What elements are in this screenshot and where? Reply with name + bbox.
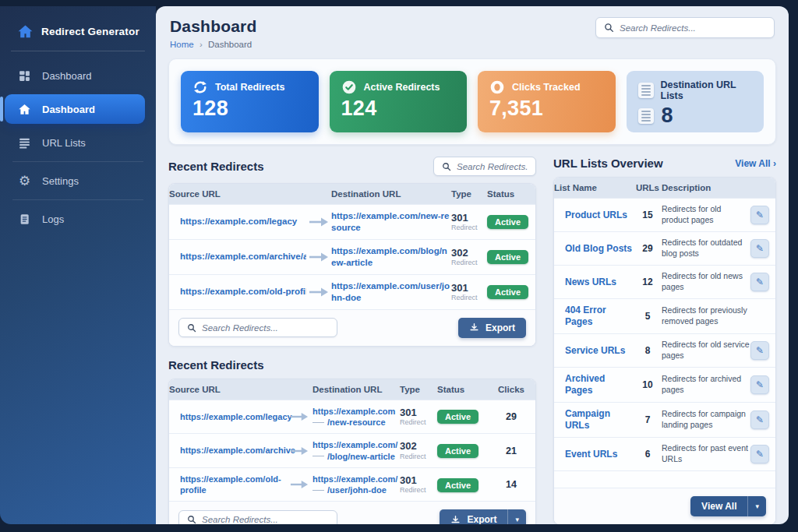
breadcrumb: Home › Dashboard <box>170 40 257 49</box>
url-count: 12 <box>634 277 662 287</box>
page-header: Dashboard Home › Dashboard <box>156 6 789 57</box>
sidebar-item-label: URL Lists <box>42 137 86 149</box>
table-row: https://example.com/archive https://exam… <box>169 433 535 467</box>
list-description: Redirects for archived pages <box>662 368 750 400</box>
breadcrumb-home-link[interactable]: Home <box>170 40 194 49</box>
view-all-link[interactable]: View All › <box>735 158 776 169</box>
destination-url-link[interactable]: https://example.com/ /user/john-doe <box>312 468 400 502</box>
table1-search-input[interactable] <box>457 162 528 171</box>
stat-label: Total Redirects <box>215 82 284 93</box>
source-url-link[interactable]: https://example.com/old-profile <box>169 468 286 502</box>
stat-card-total-redirects: Total Redirects 128 <box>181 71 319 132</box>
edit-icon[interactable]: ✎ <box>750 341 769 360</box>
column-header: Source URL <box>169 184 306 204</box>
grid-icon <box>17 69 32 83</box>
edit-icon[interactable]: ✎ <box>750 445 769 463</box>
view-all-split-button[interactable]: View All ▾ <box>690 496 766 516</box>
list-name-link[interactable]: Archived Pages <box>554 368 634 402</box>
document-icon <box>17 212 32 227</box>
export-button[interactable]: Export <box>458 318 526 338</box>
sidebar-item-logs[interactable]: Logs <box>0 204 156 234</box>
arrow-right-icon <box>286 446 312 456</box>
destination-url-link[interactable]: https://example.com /new-resource <box>312 400 400 434</box>
status-badge: Active <box>487 215 528 229</box>
url-count: 8 <box>634 345 662 356</box>
status-badge: Active <box>437 478 478 492</box>
edit-icon[interactable]: ✎ <box>750 206 769 224</box>
source-url-link[interactable]: https://example.com/archive <box>169 439 286 461</box>
section-title-recent-redirects-1: Recent Redirects <box>168 160 264 173</box>
column-header: Type <box>400 379 437 400</box>
status-badge: Active <box>487 250 528 264</box>
table2-footer-search[interactable] <box>178 510 337 524</box>
list-name-link[interactable]: Product URLs <box>554 204 634 227</box>
sidebar-item-label: Dashboard <box>42 104 95 115</box>
edit-icon[interactable]: ✎ <box>750 410 769 429</box>
list-name-link[interactable]: Service URLs <box>554 340 634 362</box>
search-icon <box>604 23 614 33</box>
column-header: Destination URL <box>331 184 451 204</box>
global-search-input[interactable] <box>620 23 766 33</box>
table-row: https://example.com/legacy https://examp… <box>169 400 535 434</box>
url-count: 5 <box>634 311 662 322</box>
sidebar-item-dashboard-2[interactable]: Dashboard <box>5 94 145 124</box>
table1-footer-search-input[interactable] <box>202 323 329 333</box>
list-name-link[interactable]: 404 Error Pages <box>554 299 634 333</box>
list-name-link[interactable]: Old Blog Posts <box>554 238 634 260</box>
app-window: Redirect Generator Dashboard Dashboard <box>0 6 789 524</box>
home-icon <box>17 102 32 117</box>
stats-panel: Total Redirects 128 Active Redirects 124 <box>168 58 776 145</box>
table-row: https://example.com/archive/article http… <box>169 239 535 274</box>
list-name-link[interactable]: Campaign URLs <box>554 403 634 437</box>
table1-footer-search[interactable] <box>178 318 337 337</box>
destination-url-link[interactable]: https://example.com/ /blog/new-article <box>312 434 400 467</box>
stat-value: 8 <box>662 104 673 128</box>
destination-url-link[interactable]: https://example.com/new-resource <box>331 205 451 239</box>
source-url-link[interactable]: https://example.com/legacy <box>169 210 306 233</box>
list-name-link[interactable]: Event URLs <box>554 443 634 466</box>
edit-icon[interactable]: ✎ <box>750 273 769 291</box>
arrow-right-icon <box>306 217 331 227</box>
source-url-link[interactable]: https://example.com/old-profile <box>169 280 306 303</box>
chevron-down-icon[interactable]: ▾ <box>507 509 526 524</box>
export-split-button[interactable]: Export ▾ <box>440 509 526 524</box>
destination-url-link[interactable]: https://example.com/blog/new-article <box>331 240 451 274</box>
redirect-type: 302Redirect <box>451 248 487 266</box>
edit-icon[interactable]: ✎ <box>750 239 769 258</box>
breadcrumb-current: Dashboard <box>208 40 252 49</box>
chevron-right-icon: › <box>773 158 776 169</box>
list-description: Redirects for previously removed pages <box>662 300 750 332</box>
list-name-link[interactable]: News URLs <box>554 271 634 294</box>
table-row: https://example.com/old-profile https://… <box>169 467 535 502</box>
sidebar-item-url-lists[interactable]: URL Lists <box>0 128 156 157</box>
column-header: Description <box>662 178 750 198</box>
table1-search[interactable] <box>433 157 536 176</box>
table-header: Source URL Destination URL Type Status C… <box>169 379 535 400</box>
divider <box>11 51 145 51</box>
section-title-url-lists: URL Lists Overview <box>553 157 663 170</box>
stat-label: Clicks Tracked <box>512 82 581 93</box>
sidebar-item-dashboard-1[interactable]: Dashboard <box>0 61 156 90</box>
destination-url-link[interactable]: https://example.com/user/john-doe <box>331 275 451 309</box>
edit-icon[interactable]: ✎ <box>750 375 769 394</box>
source-url-link[interactable]: https://example.com/legacy <box>169 406 286 428</box>
arrow-right-icon <box>306 287 331 297</box>
list-item: Archived Pages 10 Redirects for archived… <box>554 367 775 402</box>
clicks-count: 21 <box>486 446 536 456</box>
chevron-down-icon[interactable]: ▾ <box>747 496 766 516</box>
table2-footer-search-input[interactable] <box>202 515 329 524</box>
list-description: Redirects for past event URLs <box>662 438 750 470</box>
table-footer: Export <box>169 309 535 346</box>
url-count: 15 <box>634 210 662 220</box>
sidebar: Redirect Generator Dashboard Dashboard <box>0 6 156 524</box>
arrow-right-icon <box>286 480 312 489</box>
column-header: Status <box>437 379 486 400</box>
sync-icon <box>192 79 208 95</box>
stat-card-active-redirects: Active Redirects 124 <box>330 71 468 132</box>
stat-card-clicks-tracked: Clicks Tracked 7,351 <box>478 71 616 132</box>
gear-icon: ⚙ <box>17 174 32 188</box>
source-url-link[interactable]: https://example.com/archive/article <box>169 245 306 268</box>
list-icon <box>638 108 654 124</box>
sidebar-item-settings[interactable]: ⚙ Settings <box>0 166 156 196</box>
global-search[interactable] <box>595 17 775 38</box>
